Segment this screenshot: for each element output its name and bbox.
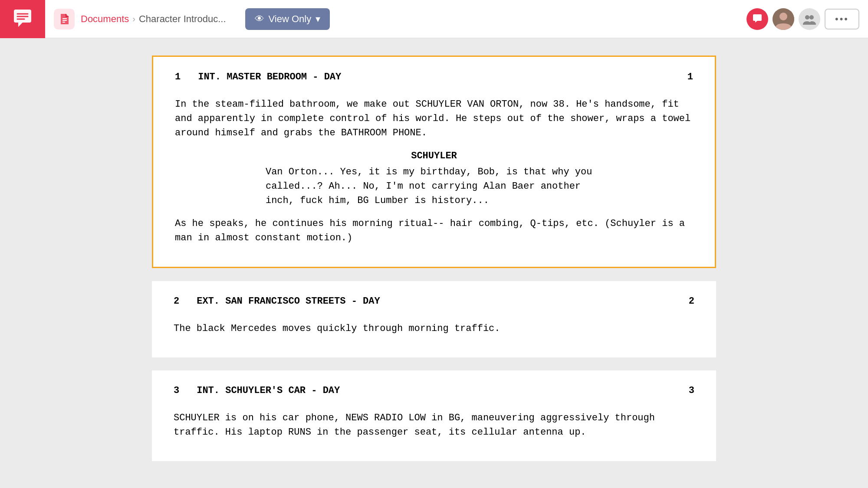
scene-heading-2: 2 EXT. SAN FRANCISCO STREETS - DAY 2 bbox=[174, 294, 694, 308]
scene-number-right-1: 1 bbox=[687, 70, 693, 84]
action-1-1: In the steam-filled bathroom, we make ou… bbox=[175, 97, 693, 140]
scene-block-2: 2 EXT. SAN FRANCISCO STREETS - DAY 2 The… bbox=[152, 281, 716, 357]
topbar: Documents › Character Introduc... 👁 View… bbox=[0, 0, 868, 38]
view-only-button[interactable]: 👁 View Only ▾ bbox=[245, 8, 330, 30]
scene-divider-1 bbox=[152, 268, 716, 281]
breadcrumb-separator: › bbox=[132, 14, 135, 24]
breadcrumb: Documents › Character Introduc... bbox=[81, 13, 226, 25]
breadcrumb-current-doc: Character Introduc... bbox=[139, 13, 226, 25]
app-logo bbox=[0, 0, 45, 38]
scene-block-1: 1 INT. MASTER BEDROOM - DAY 1 In the ste… bbox=[152, 56, 716, 268]
breadcrumb-documents[interactable]: Documents bbox=[81, 13, 129, 25]
svg-point-8 bbox=[779, 13, 787, 20]
users-icon bbox=[803, 13, 816, 26]
action-1-2: As he speaks, he continues his morning r… bbox=[175, 216, 693, 245]
scene-heading-1: 1 INT. MASTER BEDROOM - DAY 1 bbox=[175, 70, 693, 84]
dropdown-arrow-icon: ▾ bbox=[316, 13, 320, 25]
chat-avatar-icon bbox=[751, 13, 763, 25]
scene-heading-3: 3 INT. SCHUYLER'S CAR - DAY 3 bbox=[174, 383, 694, 398]
scene-number-left-2: 2 bbox=[174, 294, 179, 308]
scene-block-3: 3 INT. SCHUYLER'S CAR - DAY 3 SCHUYLER i… bbox=[152, 370, 716, 461]
user-photo-icon bbox=[773, 8, 794, 30]
topbar-right: ••• bbox=[746, 8, 859, 30]
scene-number-left-1: 1 bbox=[175, 70, 181, 84]
content-area: 1 INT. MASTER BEDROOM - DAY 1 In the ste… bbox=[0, 38, 868, 488]
scene-number-right-2: 2 bbox=[689, 294, 694, 308]
eye-icon: 👁 bbox=[255, 13, 264, 25]
avatar-users[interactable] bbox=[799, 8, 820, 30]
svg-point-10 bbox=[809, 15, 814, 20]
scene-number-left-3: 3 bbox=[174, 383, 179, 398]
avatar-pink[interactable] bbox=[746, 8, 768, 30]
app-logo-icon bbox=[10, 7, 35, 31]
document-icon-button[interactable] bbox=[54, 9, 75, 29]
scene-title-2: EXT. SAN FRANCISCO STREETS - DAY bbox=[197, 294, 689, 308]
svg-point-9 bbox=[805, 15, 809, 20]
dialogue-1: Van Orton... Yes, it is my birthday, Bob… bbox=[266, 165, 602, 208]
character-name-1: SCHUYLER bbox=[175, 149, 693, 163]
topbar-left: Documents › Character Introduc... 👁 View… bbox=[54, 8, 330, 30]
view-only-label: View Only bbox=[269, 13, 312, 25]
document-icon bbox=[58, 13, 70, 25]
scene-divider-2 bbox=[152, 357, 716, 370]
action-2-1: The black Mercedes moves quickly through… bbox=[174, 321, 694, 336]
action-3-1: SCHUYLER is on his car phone, NEWS RADIO… bbox=[174, 411, 694, 439]
scene-title-3: INT. SCHUYLER'S CAR - DAY bbox=[197, 383, 689, 398]
scene-number-right-3: 3 bbox=[689, 383, 694, 398]
screenplay: 1 INT. MASTER BEDROOM - DAY 1 In the ste… bbox=[152, 56, 716, 461]
scene-title-1: INT. MASTER BEDROOM - DAY bbox=[198, 70, 687, 84]
more-options-button[interactable]: ••• bbox=[825, 9, 859, 29]
avatar-user-photo[interactable] bbox=[773, 8, 794, 30]
